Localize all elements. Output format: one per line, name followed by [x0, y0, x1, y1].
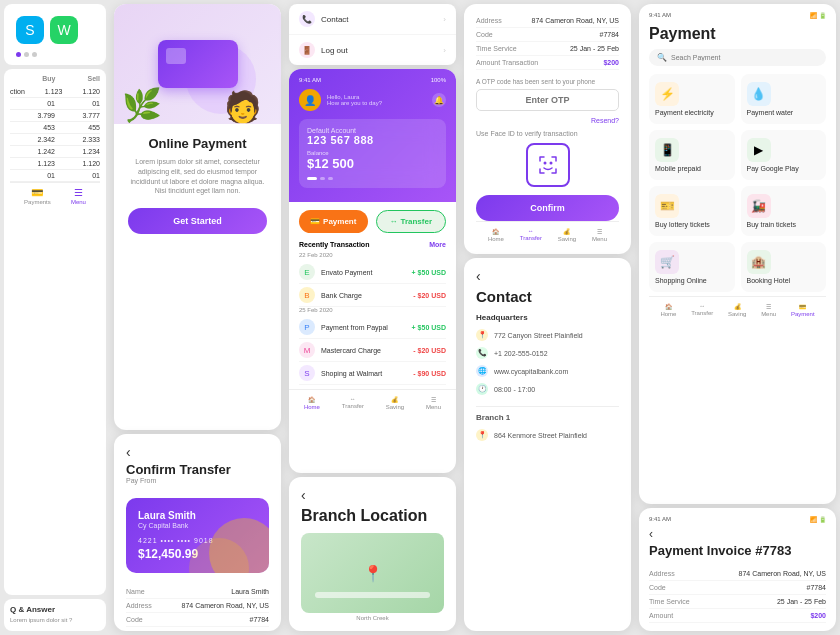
- payment-electricity[interactable]: ⚡ Payment electricity: [649, 74, 735, 124]
- map-road: [315, 592, 429, 598]
- card-amount: $12,450.99: [138, 547, 257, 561]
- nav-home[interactable]: 🏠 Home: [660, 303, 676, 317]
- branch-location-title: Branch Location: [301, 507, 444, 525]
- search-input[interactable]: [671, 54, 818, 61]
- menu-contact[interactable]: 📞 Contact ›: [289, 4, 456, 35]
- saving-icon: 💰: [734, 303, 741, 310]
- dot: [307, 177, 317, 180]
- payment-lottery[interactable]: 🎫 Buy lottery tickets: [649, 186, 735, 236]
- back-button[interactable]: ‹: [649, 527, 826, 541]
- status-time: 9:41 AM: [299, 77, 321, 83]
- contact-phone: +1 202-555-0152: [494, 350, 548, 357]
- more-link[interactable]: More: [429, 241, 446, 248]
- invoice-row: Address 874 Cameron Road, NY, US: [649, 567, 826, 581]
- nav-saving[interactable]: 💰 Saving: [558, 228, 576, 242]
- payment-google-play[interactable]: ▶ Pay Google Play: [741, 130, 827, 180]
- nav-saving[interactable]: 💰 Saving: [728, 303, 746, 317]
- nav-transfer[interactable]: ↔ Transfer: [342, 396, 364, 410]
- account-number: 123 567 888: [307, 134, 438, 146]
- menu-icon: ☰: [597, 228, 602, 235]
- trading-buy: 01: [47, 100, 55, 107]
- paypal-icon: P: [299, 319, 315, 335]
- train-icon: 🚂: [747, 194, 771, 218]
- web-icon: 🌐: [476, 365, 488, 377]
- info-row: Amount Transaction $200: [476, 56, 619, 70]
- nav-home[interactable]: 🏠 Home: [488, 228, 504, 242]
- face-id-label: Use Face ID to verify transaction: [476, 130, 619, 137]
- transaction-amount: + $50 USD: [412, 324, 446, 331]
- resend-link[interactable]: Resend?: [476, 117, 619, 124]
- greeting-block: Hello, Laura How are you to day?: [327, 94, 382, 106]
- ct-header: ‹ Confirm Transfer Pay From: [114, 434, 281, 490]
- detail-row: Code #7784: [126, 613, 269, 627]
- nav-transfer[interactable]: ↔ Transfer: [520, 228, 542, 242]
- home-icon: 🏠: [308, 396, 315, 403]
- trading-sell: 01: [92, 172, 100, 179]
- info-row: Time Service 25 Jan - 25 Feb: [476, 42, 619, 56]
- payment-mobile[interactable]: 📱 Mobile prepaid: [649, 130, 735, 180]
- transaction-name: Bank Charge: [321, 292, 407, 299]
- nav-payments[interactable]: 💳 Payments: [24, 187, 51, 205]
- whatsapp-icon[interactable]: W: [50, 16, 78, 44]
- info-value: 874 Cameron Road, NY, US: [532, 17, 619, 24]
- menu-logout[interactable]: 🚪 Log out ›: [289, 35, 456, 65]
- electricity-icon: ⚡: [655, 82, 679, 106]
- otp-nav: 🏠 Home ↔ Transfer 💰 Saving ☰ Menu: [476, 221, 619, 244]
- saving-icon: 💰: [563, 228, 570, 235]
- card-name: Laura Smith: [138, 510, 257, 521]
- skype-icon[interactable]: S: [16, 16, 44, 44]
- phone-icon: 📞: [476, 347, 488, 359]
- payment-card: Laura Smith Cy Capital Bank 4221 •••• ••…: [126, 498, 269, 573]
- transfer-button[interactable]: ↔ Transfer: [376, 210, 447, 233]
- account-nav: 🏠 Home ↔ Transfer 💰 Saving ☰ Menu: [289, 389, 456, 414]
- confirm-button[interactable]: Confirm: [476, 195, 619, 221]
- invoice-row: Code #7784: [649, 581, 826, 595]
- nav-saving[interactable]: 💰 Saving: [386, 396, 404, 410]
- payment-shopping[interactable]: 🛒 Shopping Online: [649, 242, 735, 292]
- contact-item: 📍 864 Kenmore Street Plainfield: [476, 426, 619, 444]
- carousel-dots: [307, 177, 438, 180]
- payment-train[interactable]: 🚂 Buy train tickets: [741, 186, 827, 236]
- payment-button[interactable]: 💳 Payment: [299, 210, 368, 233]
- notification-icon[interactable]: 🔔: [432, 93, 446, 107]
- nav-menu[interactable]: ☰ Menu: [71, 187, 86, 205]
- get-started-button[interactable]: Get Started: [128, 208, 267, 234]
- trading-sell: 455: [88, 124, 100, 131]
- qa-text: Lorem ipsum dolor sit ?: [10, 617, 100, 625]
- nav-menu[interactable]: ☰ Menu: [426, 396, 441, 410]
- trading-buy: 1.123: [45, 88, 63, 95]
- menu-contact-label: Contact: [321, 15, 349, 24]
- status-time: 9:41 AM: [649, 12, 671, 19]
- invoice-rows: Address 874 Cameron Road, NY, US Code #7…: [649, 567, 826, 623]
- back-button[interactable]: ‹: [126, 444, 269, 460]
- home-icon: 🏠: [492, 228, 499, 235]
- payment-hotel[interactable]: 🏨 Booking Hotel: [741, 242, 827, 292]
- back-button[interactable]: ‹: [301, 487, 444, 503]
- nav-menu[interactable]: ☰ Menu: [761, 303, 776, 317]
- payment-water[interactable]: 💧 Payment water: [741, 74, 827, 124]
- item-label: Payment electricity: [655, 109, 714, 116]
- nav-label: Saving: [386, 404, 404, 410]
- transaction-item: E Envato Payment + $50 USD: [299, 261, 446, 284]
- contact-title: Contact: [476, 288, 619, 305]
- otp-input[interactable]: [476, 89, 619, 111]
- back-button[interactable]: ‹: [476, 268, 619, 284]
- nav-transfer[interactable]: ↔ Transfer: [691, 303, 713, 317]
- col5: 9:41 AM 📶 🔋 Payment 🔍 ⚡ Payment electric…: [635, 0, 840, 635]
- qa-panel: Q & Answer Lorem ipsum dolor sit ?: [4, 599, 106, 631]
- nav-menu[interactable]: ☰ Menu: [592, 228, 607, 242]
- status-bar: 9:41 AM 100%: [299, 77, 446, 83]
- transaction-info: Mastercard Charge: [321, 347, 407, 354]
- google-play-icon: ▶: [747, 138, 771, 162]
- dot: [320, 177, 325, 180]
- inv-value: 874 Cameron Road, NY, US: [739, 570, 826, 577]
- account-header: 9:41 AM 100% 👤 Hello, Laura How are you …: [289, 69, 456, 202]
- trading-buy: 2.342: [37, 136, 55, 143]
- trading-sell: 3.777: [82, 112, 100, 119]
- nav-label: Transfer: [520, 235, 542, 241]
- payment-hero: 🌿 🧑: [114, 4, 281, 124]
- trading-buy: 1.123: [37, 160, 55, 167]
- nav-payment[interactable]: 💳 Payment: [791, 303, 815, 317]
- svg-point-0: [543, 162, 546, 165]
- nav-home[interactable]: 🏠 Home: [304, 396, 320, 410]
